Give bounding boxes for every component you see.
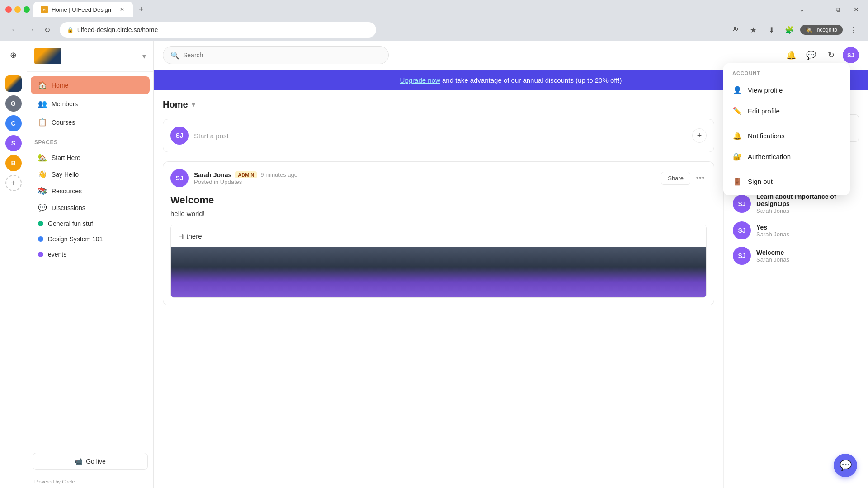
resources-icon: 📚 [38,187,47,195]
search-input[interactable] [183,52,381,59]
feed-chevron-icon[interactable]: ▾ [192,100,195,109]
notifications-label: Notifications [748,132,785,140]
admin-badge: ADMIN [235,171,257,178]
new-tab-button[interactable]: + [135,3,147,16]
say-hello-icon: 👋 [38,170,47,178]
dropdown-edit-profile[interactable]: ✏️ Edit profile [723,100,850,121]
dropdown-divider-2 [723,169,850,169]
post-location: Posted in Updates [194,178,656,185]
add-post-button[interactable]: + [692,128,707,143]
dropdown-section-title: ACCOUNT [723,67,850,80]
mountain-image [171,247,706,297]
sidebar: ▾ 🏠 Home 👥 Members 📋 Courses Spaces 🏡 St… [27,41,154,488]
help-button[interactable]: ↻ [823,47,839,63]
user-avatar-button[interactable]: SJ [843,47,859,63]
rail-divider [8,70,19,70]
incognito-badge: 🕵 Incognito [800,25,843,35]
dropdown-authentication[interactable]: 🔐 Authentication [723,146,850,167]
general-dot [38,221,43,226]
trending-post-title-2: Yes [756,224,789,231]
space-item-say-hello[interactable]: 👋 Say Hello [31,166,150,182]
chat-bubble-button[interactable]: 💬 [834,454,857,477]
active-tab[interactable]: H Home | UIFeed Design ✕ [33,2,133,17]
forward-button[interactable]: → [24,23,38,37]
account-dropdown: ACCOUNT 👤 View profile ✏️ Edit profile 🔔… [723,63,850,195]
sidebar-item-home[interactable]: 🏠 Home [31,76,150,94]
sidebar-nav: 🏠 Home 👥 Members 📋 Courses [27,72,153,136]
extensions-icon[interactable]: 🧩 [782,23,797,37]
post-author-name: Sarah Jonas [194,171,231,178]
space-item-general[interactable]: General fun stuf [31,216,150,231]
back-button[interactable]: ← [7,23,22,37]
sign-out-label: Sign out [748,178,773,185]
sidebar-item-members-label: Members [52,100,78,108]
authentication-label: Authentication [748,153,791,160]
dropdown-notifications[interactable]: 🔔 Notifications [723,125,850,146]
rail-avatar-g[interactable]: G [5,95,22,112]
add-community-button[interactable]: + [5,175,22,191]
rail-avatar-c[interactable]: C [5,115,22,131]
screen-reader-icon[interactable]: 👁 [728,23,742,37]
address-bar[interactable]: 🔒 uifeed-design.circle.so/home [60,22,376,38]
minimize-icon[interactable]: — [814,3,826,16]
dropdown-view-profile[interactable]: 👤 View profile [723,80,850,100]
start-here-icon: 🏡 [38,153,47,162]
search-bar[interactable]: 🔍 [163,46,389,64]
trending-item-2[interactable]: SJ Yes Sarah Jonas [733,221,859,239]
space-item-start-here[interactable]: 🏡 Start Here [31,150,150,165]
browser-actions: 👁 ★ ⬇ 🧩 🕵 Incognito ⋮ [728,23,861,37]
more-options-button[interactable]: ••• [694,172,707,184]
space-item-design-system[interactable]: Design System 101 [31,232,150,246]
view-profile-icon: 👤 [732,85,742,95]
design-system-dot [38,236,43,242]
go-live-button[interactable]: 📹 Go live [33,453,148,470]
post-preview-text: Hi there [171,225,706,247]
maximize-window-button[interactable] [24,6,30,13]
video-icon: 📹 [75,458,82,465]
chevron-down-icon[interactable]: ⌄ [796,3,808,16]
nav-buttons[interactable]: ← → ↻ [7,23,54,37]
space-item-resources[interactable]: 📚 Resources [31,183,150,199]
post-body: hello world! [163,210,714,217]
browser-chrome: H Home | UIFeed Design ✕ + ⌄ — ⧉ ✕ ← → ↻… [0,0,868,41]
reload-button[interactable]: ↻ [40,23,54,37]
window-controls[interactable] [5,6,30,13]
notifications-dropdown-icon: 🔔 [732,131,742,141]
trending-info-2: Yes Sarah Jonas [756,224,789,238]
upgrade-link[interactable]: Upgrade now [400,76,440,84]
trending-avatar-1: SJ [733,195,751,213]
rail-avatar-s[interactable]: S [5,135,22,151]
sidebar-chevron-icon[interactable]: ▾ [142,52,146,61]
minimize-window-button[interactable] [14,6,21,13]
space-label-start-here: Start Here [52,154,80,161]
space-item-events[interactable]: events [31,247,150,262]
messages-button[interactable]: 💬 [803,47,819,63]
url-text: uifeed-design.circle.so/home [77,26,158,33]
share-button[interactable]: Share [661,172,690,185]
tab-close-button[interactable]: ✕ [118,6,126,13]
address-bar-row: ← → ↻ 🔒 uifeed-design.circle.so/home 👁 ★… [0,19,868,41]
business-logo[interactable] [5,75,22,92]
sidebar-item-members[interactable]: 👥 Members [31,95,150,113]
download-icon[interactable]: ⬇ [764,23,778,37]
trending-item-3[interactable]: SJ Welcome Sarah Jonas [733,247,859,265]
os-window-controls[interactable]: ⌄ — ⧉ ✕ [796,3,863,16]
rail-avatar-b[interactable]: B [5,155,22,171]
trending-item-1[interactable]: SJ Learn about importance of DesignOps S… [733,193,859,214]
feed-title: Home [163,99,188,110]
restore-icon[interactable]: ⧉ [832,3,844,16]
notifications-button[interactable]: 🔔 [783,47,799,63]
close-window-button[interactable] [5,6,12,13]
home-icon[interactable]: ⊕ [5,46,23,64]
space-item-discussions[interactable]: 💬 Discussions [31,200,150,216]
dropdown-divider-1 [723,123,850,123]
composer-input[interactable]: Start a post [194,132,687,140]
more-options-icon[interactable]: ⋮ [846,23,861,37]
space-label-events: events [48,251,66,258]
members-icon: 👥 [38,99,47,108]
close-icon[interactable]: ✕ [850,3,863,16]
bookmark-icon[interactable]: ★ [746,23,760,37]
dropdown-sign-out[interactable]: 🚪 Sign out [723,171,850,192]
search-icon: 🔍 [170,51,179,60]
sidebar-item-courses[interactable]: 📋 Courses [31,113,150,131]
